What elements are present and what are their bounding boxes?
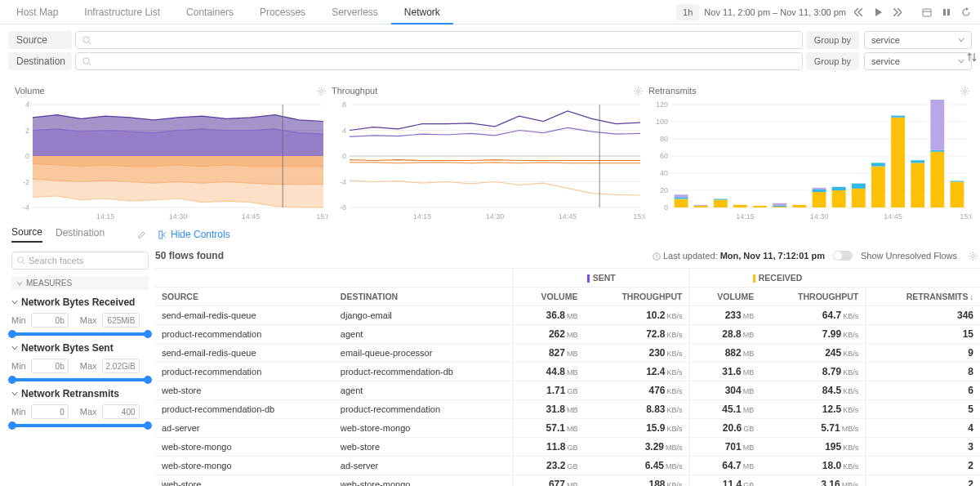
calendar-icon[interactable] bbox=[920, 5, 934, 20]
nav-item-serverless[interactable]: Serverless bbox=[318, 0, 391, 25]
table-row[interactable]: send-email-redis-queueemail-queue-proces… bbox=[155, 344, 980, 363]
svg-rect-59 bbox=[694, 206, 708, 207]
svg-text:100: 100 bbox=[656, 118, 668, 126]
nav-item-infrastructure-list[interactable]: Infrastructure List bbox=[71, 0, 173, 25]
swap-filters-icon[interactable] bbox=[962, 47, 980, 67]
measure-title[interactable]: Network Bytes Sent bbox=[11, 342, 149, 354]
table-row[interactable]: web-storeagent1.71GB476KB/s304MB84.5KB/s… bbox=[155, 381, 980, 400]
max-input[interactable] bbox=[102, 313, 140, 328]
th-destination[interactable]: DESTINATION bbox=[334, 288, 514, 306]
top-nav: Host MapInfrastructure ListContainersPro… bbox=[0, 0, 980, 25]
filter-area: Source Group by service Destination Grou… bbox=[0, 25, 980, 77]
refresh-icon[interactable] bbox=[959, 5, 973, 20]
received-group-header: RECEIVED bbox=[689, 269, 866, 288]
svg-rect-57 bbox=[675, 197, 688, 198]
measure-network-bytes-sent: Network Bytes SentMinMax bbox=[11, 342, 149, 381]
table-row[interactable]: product-recommendationagent262MB72.8KB/s… bbox=[155, 325, 980, 344]
destination-filter-input[interactable] bbox=[75, 52, 803, 70]
table-row[interactable]: web-store-mongoad-server23.2GB6.45MB/s64… bbox=[155, 457, 980, 475]
range-slider[interactable] bbox=[11, 332, 149, 336]
destination-groupby-select[interactable]: service bbox=[864, 52, 972, 70]
svg-rect-1 bbox=[943, 9, 946, 16]
time-range-button[interactable]: 1h bbox=[676, 4, 699, 20]
svg-rect-80 bbox=[911, 163, 924, 207]
step-back-icon[interactable] bbox=[851, 5, 866, 20]
svg-point-90 bbox=[971, 254, 974, 257]
svg-rect-73 bbox=[832, 187, 846, 190]
svg-point-21 bbox=[636, 89, 639, 92]
throughput-chart[interactable]: -8-404814:1514:3014:4515:0 bbox=[332, 100, 645, 222]
tab-destination[interactable]: Destination bbox=[56, 227, 105, 242]
table-row[interactable]: web-store-mongoweb-store11.8GB3.29MB/s70… bbox=[155, 438, 980, 457]
range-slider[interactable] bbox=[11, 424, 149, 427]
step-forward-icon[interactable] bbox=[890, 5, 905, 20]
gear-icon[interactable] bbox=[630, 83, 645, 98]
svg-point-3 bbox=[83, 36, 89, 42]
th-retransmits[interactable]: RETRANSMITS↓ bbox=[866, 288, 980, 306]
svg-text:14:30: 14:30 bbox=[169, 212, 188, 221]
nav-item-host-map[interactable]: Host Map bbox=[3, 0, 71, 25]
min-input[interactable] bbox=[31, 313, 69, 328]
th-sent-volume[interactable]: VOLUME bbox=[513, 288, 584, 306]
search-icon bbox=[17, 256, 25, 265]
max-input[interactable] bbox=[102, 359, 140, 373]
gear-icon[interactable] bbox=[314, 83, 328, 98]
svg-point-5 bbox=[319, 89, 323, 92]
svg-text:15:0: 15:0 bbox=[316, 212, 328, 221]
th-source[interactable]: SOURCE bbox=[155, 288, 334, 306]
range-slider[interactable] bbox=[11, 378, 149, 381]
svg-rect-76 bbox=[871, 167, 885, 207]
svg-text:40: 40 bbox=[660, 169, 668, 177]
unresolved-toggle[interactable] bbox=[833, 251, 853, 261]
svg-text:14:30: 14:30 bbox=[810, 212, 829, 221]
retransmits-chart-title: Retransmits bbox=[648, 86, 697, 96]
pause-icon[interactable] bbox=[939, 5, 954, 20]
table-row[interactable]: send-email-redis-queuedjango-email36.8MB… bbox=[155, 306, 980, 325]
source-filter-input[interactable] bbox=[75, 31, 803, 49]
th-sent-throughput[interactable]: THROUGHPUT bbox=[584, 288, 689, 306]
facet-search-input[interactable]: Search facets bbox=[11, 252, 149, 270]
measure-title[interactable]: Network Retransmits bbox=[11, 388, 149, 399]
source-groupby-select[interactable]: service bbox=[864, 31, 972, 49]
edit-icon[interactable] bbox=[134, 227, 149, 242]
sent-group-header: SENT bbox=[513, 269, 689, 288]
svg-text:14:45: 14:45 bbox=[884, 212, 902, 221]
svg-rect-83 bbox=[930, 150, 944, 152]
retransmits-chart[interactable]: 02040608010012014:1514:3014:4515:0 bbox=[648, 100, 972, 222]
svg-rect-82 bbox=[930, 152, 944, 207]
gear-icon[interactable] bbox=[957, 83, 972, 98]
nav-item-containers[interactable]: Containers bbox=[173, 0, 247, 25]
th-recv-volume[interactable]: VOLUME bbox=[689, 288, 760, 306]
volume-chart[interactable]: -4-202414:1514:3014:4515:0 bbox=[15, 100, 328, 222]
measures-header[interactable]: MEASURES bbox=[11, 276, 149, 290]
svg-rect-56 bbox=[675, 199, 688, 208]
svg-rect-63 bbox=[733, 205, 747, 207]
svg-rect-86 bbox=[950, 181, 964, 181]
chevron-down-icon bbox=[11, 299, 18, 305]
table-row[interactable]: product-recommendation-dbproduct-recomme… bbox=[155, 400, 980, 419]
table-row[interactable]: ad-serverweb-store-mongo57.1MB15.9KB/s20… bbox=[155, 419, 980, 438]
svg-text:14:45: 14:45 bbox=[559, 212, 577, 221]
th-recv-throughput[interactable]: THROUGHPUT bbox=[760, 288, 866, 306]
nav-item-processes[interactable]: Processes bbox=[247, 0, 318, 25]
min-input[interactable] bbox=[31, 404, 69, 419]
svg-rect-79 bbox=[891, 116, 905, 118]
table-row[interactable]: product-recommendationproduct-recommenda… bbox=[155, 363, 980, 381]
source-label: Source bbox=[8, 31, 72, 49]
measure-title[interactable]: Network Bytes Received bbox=[11, 297, 149, 308]
gear-icon[interactable] bbox=[965, 248, 980, 263]
table-row[interactable]: web-storeweb-store-mongo677MB188KB/s11.4… bbox=[155, 475, 980, 486]
svg-text:14:30: 14:30 bbox=[486, 212, 505, 221]
svg-text:15:0: 15:0 bbox=[960, 212, 972, 221]
svg-rect-70 bbox=[813, 189, 826, 192]
tab-source[interactable]: Source bbox=[11, 226, 42, 243]
last-updated: Last updated: Mon, Nov 11, 7:12:01 pm bbox=[653, 251, 825, 261]
clock-icon bbox=[653, 252, 661, 261]
min-input[interactable] bbox=[31, 359, 69, 373]
max-input[interactable] bbox=[102, 404, 140, 419]
hide-controls-button[interactable]: Hide Controls bbox=[155, 224, 980, 245]
svg-rect-69 bbox=[813, 192, 826, 207]
svg-text:4: 4 bbox=[25, 100, 29, 109]
nav-item-network[interactable]: Network bbox=[391, 0, 453, 25]
play-icon[interactable] bbox=[871, 5, 885, 20]
